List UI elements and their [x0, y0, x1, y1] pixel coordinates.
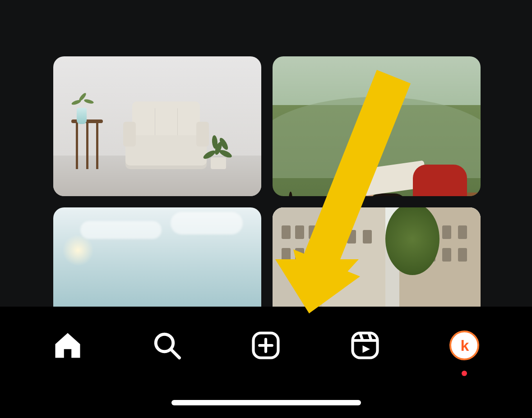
nav-search[interactable] — [140, 323, 194, 368]
reels-icon — [350, 331, 380, 360]
nav-create[interactable] — [239, 323, 293, 368]
plus-icon — [251, 331, 281, 360]
thumb-room-interior[interactable] — [53, 56, 261, 196]
home-icon — [53, 331, 83, 360]
svg-rect-8 — [353, 333, 378, 358]
svg-line-4 — [171, 350, 179, 358]
nav-home[interactable] — [41, 323, 95, 368]
search-icon — [152, 331, 182, 360]
nav-profile[interactable]: k — [437, 323, 491, 368]
avatar-letter: k — [461, 337, 468, 354]
media-grid — [0, 56, 532, 347]
profile-avatar-icon: k — [449, 331, 479, 360]
explore-grid-area — [0, 0, 532, 307]
home-indicator[interactable] — [171, 400, 361, 405]
thumb-friends-hiking[interactable] — [273, 56, 481, 196]
nav-reels[interactable] — [338, 323, 392, 368]
notification-dot-icon — [462, 371, 467, 376]
